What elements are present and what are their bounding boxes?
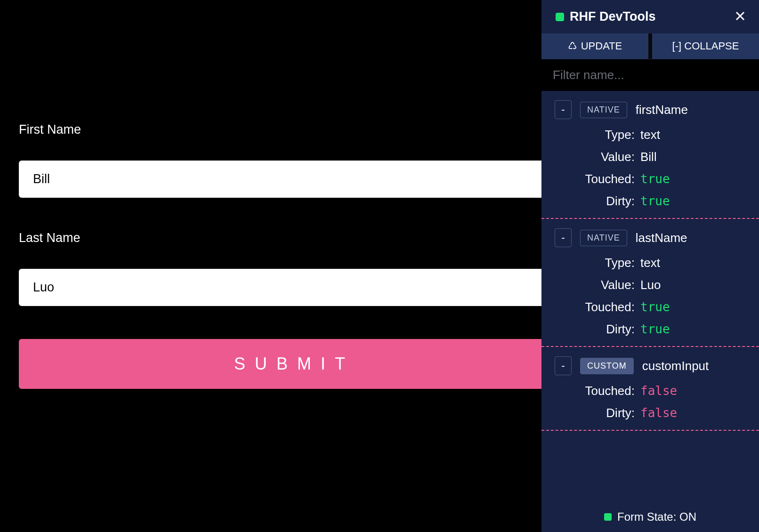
prop-value: true — [640, 172, 746, 186]
prop-value: Bill — [640, 150, 746, 164]
field-block: -NATIVElastNameType:textValue:LuoTouched… — [541, 219, 759, 347]
prop-value: false — [640, 406, 746, 420]
prop-label: Dirty: — [555, 322, 635, 337]
devtools-toolbar: ♺ UPDATE [-] COLLAPSE — [541, 33, 759, 59]
first-name-input[interactable] — [19, 161, 570, 198]
field-name: customInput — [642, 359, 709, 373]
last-name-label: Last Name — [19, 231, 523, 245]
prop-label: Dirty: — [555, 406, 635, 420]
prop-label: Dirty: — [555, 194, 635, 209]
field-header: -NATIVElastName — [555, 228, 746, 247]
update-button[interactable]: ♺ UPDATE — [541, 33, 648, 59]
collapse-button[interactable]: [-] COLLAPSE — [652, 33, 759, 59]
prop-label: Value: — [555, 150, 635, 164]
filter-input[interactable] — [541, 63, 759, 87]
field-badge: NATIVE — [580, 102, 627, 118]
field-collapse-toggle[interactable]: - — [555, 228, 572, 247]
field-block: -CUSTOMcustomInputTouched:falseDirty:fal… — [541, 347, 759, 431]
recycle-icon: ♺ — [568, 40, 577, 52]
first-name-label: First Name — [19, 122, 523, 137]
field-props: Touched:falseDirty:false — [555, 384, 746, 420]
collapse-button-label: [-] COLLAPSE — [672, 40, 739, 52]
prop-label: Touched: — [555, 300, 635, 314]
form-state-label: Form State: ON — [617, 510, 696, 524]
form: First Name Last Name SUBMIT — [0, 122, 541, 532]
last-name-input[interactable] — [19, 269, 570, 306]
close-button[interactable] — [733, 8, 748, 25]
prop-value: text — [640, 128, 746, 142]
devtools-title: RHF DevTools — [570, 9, 656, 24]
form-state-indicator-icon — [604, 513, 612, 521]
close-icon — [735, 10, 746, 22]
prop-label: Type: — [555, 128, 635, 142]
prop-value: true — [640, 322, 746, 337]
fields-list: -NATIVEfirstNameType:textValue:BillTouch… — [541, 91, 759, 502]
prop-label: Touched: — [555, 384, 635, 398]
field-props: Type:textValue:BillTouched:trueDirty:tru… — [555, 128, 746, 209]
prop-label: Touched: — [555, 172, 635, 186]
prop-value: true — [640, 300, 746, 314]
field-header: -CUSTOMcustomInput — [555, 356, 746, 375]
field-name: firstName — [636, 103, 688, 117]
devtools-panel: RHF DevTools ♺ UPDATE [-] COLLAPSE -NATI… — [541, 0, 759, 532]
prop-value: Luo — [640, 278, 746, 292]
devtools-footer: Form State: ON — [541, 502, 759, 532]
field-block: -NATIVEfirstNameType:textValue:BillTouch… — [541, 91, 759, 219]
status-indicator-icon — [556, 13, 564, 21]
update-button-label: UPDATE — [581, 40, 622, 52]
field-name: lastName — [636, 231, 687, 245]
field-header: -NATIVEfirstName — [555, 100, 746, 119]
prop-value: false — [640, 384, 746, 398]
field-badge: CUSTOM — [580, 358, 634, 374]
field-props: Type:textValue:LuoTouched:trueDirty:true — [555, 256, 746, 337]
field-collapse-toggle[interactable]: - — [555, 356, 572, 375]
devtools-header: RHF DevTools — [541, 0, 759, 33]
prop-label: Type: — [555, 256, 635, 270]
field-collapse-toggle[interactable]: - — [555, 100, 572, 119]
prop-value: text — [640, 256, 746, 270]
field-badge: NATIVE — [580, 230, 627, 246]
prop-value: true — [640, 194, 746, 209]
prop-label: Value: — [555, 278, 635, 292]
submit-button[interactable]: SUBMIT — [19, 339, 570, 389]
